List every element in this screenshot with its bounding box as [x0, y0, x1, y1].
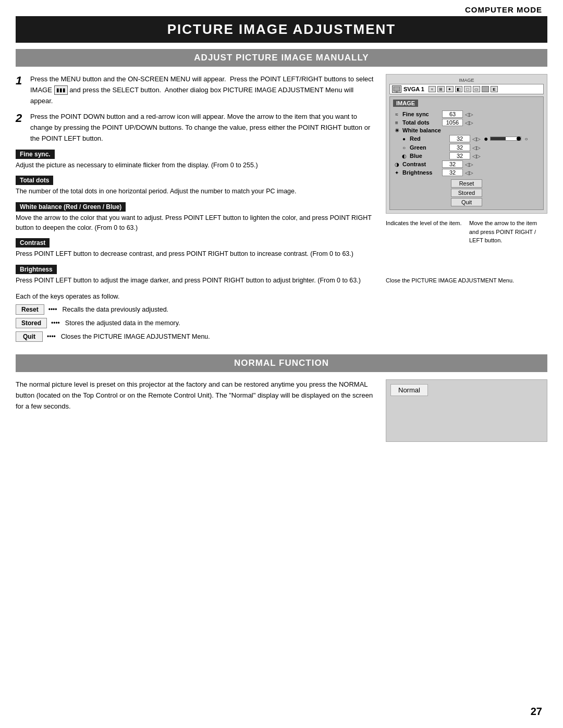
white-balance-text: Move the arrow to the color that you wan…	[16, 213, 375, 233]
svg-rect-1	[396, 91, 398, 92]
step1-number: 1	[16, 74, 25, 106]
svga1-label: SVGA 1	[403, 86, 424, 92]
ui-icon-4: ◧	[455, 86, 462, 92]
blue-label: Blue	[410, 153, 422, 159]
blue-arrows: ◁▷	[472, 153, 481, 159]
quit-key-row: Quit •••• Closes the PICTURE IMAGE ADJUS…	[16, 331, 375, 342]
total-dots-title: Total dots	[16, 176, 53, 185]
brightness-text: Press POINT LEFT button to adjust the im…	[16, 276, 375, 286]
keys-section: Each of the keys operates as follow. Res…	[16, 293, 375, 342]
green-label: Green	[410, 144, 426, 151]
quit-dots: ••••	[47, 333, 56, 340]
brightness-title: Brightness	[16, 265, 57, 274]
white-balance-row: ☀ White balance	[393, 127, 540, 133]
contrast-row: ◑ Contrast 32 ◁▷	[393, 161, 540, 168]
reset-dots: ••••	[48, 306, 57, 313]
svg-rect-0	[394, 87, 400, 91]
red-dot-marker: ●	[484, 134, 488, 143]
brightness-section: Brightness Press POINT LEFT button to ad…	[16, 265, 375, 286]
reset-button[interactable]: Reset	[16, 304, 44, 315]
reset-ui-button[interactable]: Reset	[451, 179, 482, 188]
fine-sync-icon: ≈	[393, 112, 400, 117]
stored-key-row: Stored •••• Stores the adjusted data in …	[16, 318, 375, 328]
annotation3-block: Close the PICTURE IMAGE ADJUSTMENT Menu.	[386, 276, 547, 285]
computer-mode-label: COMPUTER MODE	[0, 0, 563, 16]
ui-icon-6: ▭	[473, 86, 480, 92]
step2-number: 2	[16, 112, 25, 144]
white-balance-icon: ☀	[393, 128, 400, 133]
monitor-icon	[392, 85, 401, 93]
ui-top-bar: SVGA 1 ≈ ⊞ ✦ ◧ □ ▭ E	[389, 84, 544, 94]
total-dots-section: Total dots The number of the total dots …	[16, 176, 375, 196]
step2-block: 2 Press the POINT DOWN button and a red-…	[16, 112, 375, 144]
normal-section-header: NORMAL FUNCTION	[16, 354, 547, 372]
image-panel: IMAGE ≈ Fine sync 63 ◁▷ ≡ Total dots	[389, 96, 544, 210]
page-title: PICTURE IMAGE ADJUSTMENT	[16, 16, 547, 43]
ui-icon-1: ≈	[429, 86, 436, 92]
annotation1: Indicates the level of the item.	[386, 219, 464, 245]
annotations: Indicates the level of the item. Move th…	[386, 219, 547, 245]
ui-mockup: IMAGE SVGA 1 ≈ ⊞ ✦ ◧ □ ▭	[386, 74, 547, 214]
brightness-row-label: Brightness	[402, 169, 432, 176]
fine-sync-value: 63	[442, 110, 463, 118]
stored-button[interactable]: Stored	[16, 318, 47, 328]
white-balance-row-label: White balance	[402, 127, 441, 133]
section1-header: ADJUST PICTURE IMAGE MANUALLY	[16, 49, 547, 67]
normal-section-content: The normal picture level is preset on th…	[0, 372, 563, 442]
green-arrows: ◁▷	[472, 145, 481, 151]
contrast-value: 32	[442, 161, 463, 168]
blue-icon: ◐	[400, 153, 408, 159]
image-label-top: IMAGE	[389, 78, 544, 83]
fine-sync-text: Adjust the picture as necessary to elimi…	[16, 161, 375, 170]
contrast-arrows: ◁▷	[465, 162, 473, 167]
ui-icon-8: E	[491, 86, 498, 92]
red-value: 32	[449, 135, 470, 142]
brightness-icon: ✦	[393, 170, 400, 176]
normal-right: Normal	[386, 379, 547, 442]
right-column: IMAGE SVGA 1 ≈ ⊞ ✦ ◧ □ ▭	[386, 67, 547, 345]
page-number: 27	[531, 706, 542, 718]
red-label: Red	[410, 135, 421, 142]
fine-sync-arrows: ◁▷	[465, 112, 473, 117]
ui-icon-7	[482, 86, 489, 92]
blue-row: ◐ Blue 32 ◁▷	[393, 152, 540, 159]
brightness-row: ✦ Brightness 32 ◁▷	[393, 169, 540, 176]
fine-sync-title: Fine sync.	[16, 150, 55, 159]
ui-icons-row: ≈ ⊞ ✦ ◧ □ ▭ E	[429, 86, 498, 92]
red-end-marker: ○	[524, 136, 528, 142]
stored-description: Stores the adjusted data in the memory.	[65, 319, 180, 327]
normal-text: The normal picture level is preset on th…	[16, 379, 375, 412]
contrast-icon: ◑	[393, 162, 400, 167]
green-row: ○ Green 32 ◁▷	[393, 144, 540, 151]
red-icon: ●	[400, 136, 408, 142]
fine-sync-row: ≈ Fine sync 63 ◁▷	[393, 110, 540, 118]
image-panel-title: IMAGE	[393, 100, 418, 107]
white-balance-section: White balance (Red / Green / Blue) Move …	[16, 202, 375, 233]
contrast-text: Press POINT LEFT button to decrease cont…	[16, 249, 375, 259]
contrast-section: Contrast Press POINT LEFT button to decr…	[16, 238, 375, 259]
contrast-row-label: Contrast	[402, 161, 426, 167]
fine-sync-row-label: Fine sync	[402, 111, 429, 117]
ui-icon-2: ⊞	[437, 86, 445, 92]
stored-ui-button[interactable]: Stored	[451, 189, 482, 197]
red-row: ● Red 32 ◁▷ ● ○	[393, 134, 540, 143]
normal-display-label: Normal	[390, 384, 428, 396]
quit-description: Closes the PICTURE IMAGE ADJUSTMENT Menu…	[61, 333, 210, 340]
keys-intro: Each of the keys operates as follow.	[16, 293, 375, 300]
total-dots-text: The number of the total dots in one hori…	[16, 187, 375, 196]
total-dots-icon: ≡	[393, 120, 400, 126]
quit-ui-button[interactable]: Quit	[451, 198, 482, 206]
normal-display-box: Normal	[386, 379, 547, 442]
step2-text: Press the POINT DOWN button and a red-ar…	[30, 112, 375, 144]
ui-buttons: Reset Stored Quit	[393, 179, 540, 206]
white-balance-title: White balance (Red / Green / Blue)	[16, 202, 126, 212]
ui-icon-3: ✦	[446, 86, 454, 92]
total-dots-value: 1056	[442, 119, 463, 126]
step1-block: 1 Press the MENU button and the ON-SCREE…	[16, 74, 375, 106]
quit-button[interactable]: Quit	[16, 331, 43, 342]
reset-description: Recalls the data previously adjusted.	[63, 306, 169, 313]
annotation1-text: Indicates the level of the item.	[386, 220, 462, 226]
total-dots-row-label: Total dots	[402, 119, 430, 126]
contrast-title: Contrast	[16, 238, 50, 248]
green-icon: ○	[400, 145, 408, 151]
